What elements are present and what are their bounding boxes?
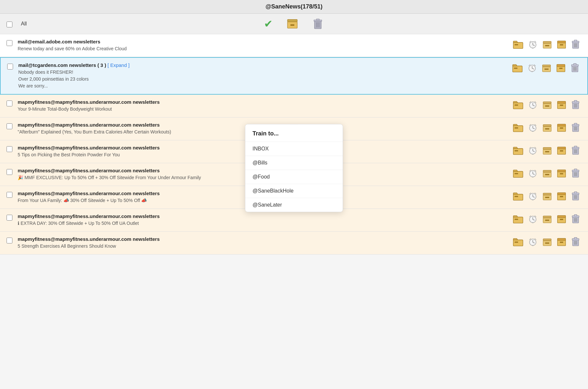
box-button[interactable] [555,39,568,51]
folder-open-button[interactable] [512,214,525,226]
folder-open-button[interactable] [512,237,525,248]
svg-rect-77 [543,148,551,149]
folder-open-button[interactable] [512,39,525,51]
svg-rect-143 [545,242,549,244]
folder-open-button[interactable] [512,100,525,111]
box-button[interactable] [555,214,568,226]
train-to-popover: Train to... INBOX@Bills@Food@SaneBlackHo… [245,124,343,212]
trash-all-button[interactable] [310,17,326,30]
email-checkbox-4[interactable] [7,123,12,129]
alarm-button[interactable] [527,39,539,51]
email-subject: Nobody does it FRESHER! [18,69,511,76]
svg-rect-53 [574,101,577,102]
email-content: mapmyfitness@mapmyfitness.underarmour.co… [18,213,512,227]
svg-rect-49 [558,101,566,103]
svg-rect-37 [574,64,576,65]
trash-button[interactable] [570,191,581,203]
popover-item[interactable]: INBOX [245,142,343,156]
email-actions [512,191,581,203]
box-button[interactable] [555,237,568,248]
svg-rect-125 [543,216,551,218]
svg-rect-15 [545,45,549,46]
alarm-button[interactable] [527,122,539,134]
svg-rect-42 [514,104,518,105]
alarm-button[interactable] [527,99,539,112]
trash-button[interactable] [570,236,581,249]
box-button[interactable] [555,145,568,157]
email-checkbox-8[interactable] [7,215,12,221]
email-row: mapmyfitness@mapmyfitness.underarmour.co… [0,95,588,117]
svg-rect-149 [574,238,577,239]
svg-rect-127 [545,220,549,221]
popover-item[interactable]: @Bills [245,156,343,170]
archive-button[interactable] [540,63,553,74]
alarm-button[interactable] [527,213,539,226]
trash-button[interactable] [570,145,581,157]
svg-rect-69 [574,123,577,125]
svg-rect-140 [532,245,534,246]
trash-button[interactable] [570,168,581,180]
svg-rect-60 [532,131,534,132]
email-sender: mapmyfitness@mapmyfitness.underarmour.co… [18,99,512,105]
svg-rect-57 [513,126,523,132]
svg-rect-130 [560,219,563,220]
svg-rect-109 [543,193,551,195]
popover-item[interactable]: @SaneBlackHole [245,184,343,198]
email-checkbox-3[interactable] [7,101,12,106]
archive-button[interactable] [541,191,553,203]
select-all-checkbox[interactable] [7,22,12,27]
archive-icon [286,18,298,30]
email-checkbox-5[interactable] [7,146,12,152]
folder-open-button[interactable] [512,168,525,180]
popover-item[interactable]: @Food [245,170,343,184]
folder-open-button[interactable] [512,145,525,157]
archive-button[interactable] [541,237,553,248]
svg-rect-66 [560,127,563,129]
alarm-button[interactable] [527,236,539,249]
trash-button[interactable] [569,62,581,75]
email-checkbox-7[interactable] [7,192,12,198]
svg-rect-114 [560,196,563,197]
box-button[interactable] [555,122,568,134]
archive-button[interactable] [541,168,553,180]
svg-rect-106 [514,196,518,197]
folder-open-button[interactable] [511,63,524,74]
email-extra-line: We are sorry... [18,83,511,89]
archive-button[interactable] [541,39,553,51]
email-checkbox-1[interactable] [7,40,12,46]
box-button[interactable] [555,191,568,203]
email-actions [512,145,581,157]
alarm-button[interactable] [527,191,539,203]
box-button[interactable] [555,168,568,180]
box-button[interactable] [555,100,568,111]
email-checkbox-9[interactable] [7,238,12,243]
alarm-button[interactable] [527,168,539,180]
trash-button[interactable] [570,99,581,112]
email-checkbox-2[interactable] [7,64,13,70]
svg-rect-31 [545,69,549,70]
archive-all-button[interactable] [285,17,300,30]
popover-item[interactable]: @SaneLater [245,198,343,212]
archive-button[interactable] [541,145,553,157]
alarm-button[interactable] [527,145,539,157]
email-row: mapmyfitness@mapmyfitness.underarmour.co… [0,209,588,232]
email-content: mail@tcgardens.com newsletters ( 3 ) [ E… [18,62,511,89]
box-button[interactable] [555,63,567,74]
toolbar-left: All [7,20,194,27]
email-checkbox-6[interactable] [7,169,12,175]
folder-open-button[interactable] [512,191,525,203]
email-sender: mapmyfitness@mapmyfitness.underarmour.co… [18,236,512,242]
trash-button[interactable] [570,122,581,134]
archive-button[interactable] [541,100,553,111]
svg-rect-98 [560,173,563,174]
svg-rect-101 [574,169,577,171]
trash-button[interactable] [570,213,581,226]
trash-button[interactable] [570,39,581,51]
archive-button[interactable] [541,122,553,134]
expand-link[interactable]: [ Expand ] [107,62,130,68]
alarm-button[interactable] [526,62,538,75]
mark-done-button[interactable]: ✔ [262,17,275,31]
svg-rect-44 [532,108,534,109]
folder-open-button[interactable] [512,122,525,134]
archive-button[interactable] [541,214,553,226]
